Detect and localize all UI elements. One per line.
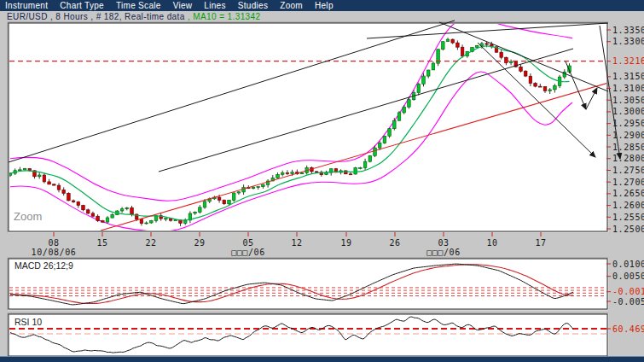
svg-text:19: 19 — [340, 238, 351, 248]
rsi-title: RSI 10 — [15, 317, 42, 327]
zoom-mode-label: Zoom — [14, 210, 42, 223]
svg-text:1.2700: 1.2700 — [612, 178, 644, 187]
svg-text:1.3050: 1.3050 — [612, 96, 644, 105]
svg-text:10/08/06: 10/08/06 — [32, 248, 77, 257]
svg-text:10: 10 — [486, 238, 497, 248]
svg-text:1.2650: 1.2650 — [612, 189, 644, 198]
menu-help[interactable]: Help — [310, 0, 340, 11]
svg-text:1.2750: 1.2750 — [612, 166, 644, 175]
svg-text:1.2800: 1.2800 — [612, 154, 644, 163]
svg-text:1.2950: 1.2950 — [612, 119, 644, 128]
svg-text:-0.00114: -0.00114 — [612, 287, 644, 296]
menu-zoom[interactable]: Zoom — [275, 0, 310, 11]
svg-text:03: 03 — [438, 238, 449, 248]
menu-bar: Instrument Chart Type Time Scale View Li… — [0, 0, 644, 11]
chart-canvas[interactable]: 1.33501.33001.32161.31501.31001.30501.30… — [0, 0, 644, 362]
svg-text:1.3300: 1.3300 — [612, 37, 644, 46]
svg-text:17: 17 — [535, 238, 546, 248]
trading-app-window: Instrument Chart Type Time Scale View Li… — [0, 0, 644, 362]
svg-text:□□□/06: □□□/06 — [231, 248, 265, 257]
svg-text:1.2500: 1.2500 — [612, 225, 644, 234]
menu-instrument[interactable]: Instrument — [0, 0, 55, 11]
chart-info-bar: EUR/USD , 8 Hours , # 182, Real-time dat… — [0, 11, 644, 22]
svg-text:1.2550: 1.2550 — [612, 213, 644, 222]
svg-text:1.2600: 1.2600 — [612, 201, 644, 210]
rsi-panel[interactable] — [9, 314, 607, 356]
price-axis: 1.33501.33001.32161.31501.31001.30501.30… — [606, 26, 644, 234]
svg-text:60.46939: 60.46939 — [612, 324, 644, 334]
ma10-value: , MA10 = 1.31342 — [185, 12, 261, 21]
svg-text:1.3150: 1.3150 — [612, 72, 644, 81]
svg-text:26: 26 — [389, 238, 400, 248]
svg-text:08: 08 — [48, 238, 59, 248]
bottom-bar — [0, 356, 644, 362]
macd-axis: 0.01000.0050-0.00114-0.0050 — [606, 260, 644, 307]
svg-text:1.2850: 1.2850 — [612, 143, 644, 152]
macd-panel[interactable] — [9, 259, 607, 309]
menu-time-scale[interactable]: Time Scale — [111, 0, 168, 11]
instrument-info: EUR/USD , 8 Hours , # 182, Real-time dat… — [7, 12, 185, 21]
time-axis: 081522290512192603101710/08/06□□□/06□□□/… — [32, 232, 547, 257]
svg-text:1.2900: 1.2900 — [612, 131, 644, 140]
svg-text:22: 22 — [145, 238, 156, 248]
svg-text:29: 29 — [194, 238, 205, 248]
svg-text:-0.0050: -0.0050 — [612, 297, 644, 307]
svg-text:1.3216: 1.3216 — [612, 56, 644, 66]
svg-text:□□□/06: □□□/06 — [426, 248, 461, 257]
svg-text:RSI 10: RSI 10 — [15, 317, 42, 327]
menu-chart-type[interactable]: Chart Type — [55, 0, 111, 11]
menu-studies[interactable]: Studies — [233, 0, 275, 11]
svg-text:Zoom: Zoom — [14, 210, 42, 223]
svg-text:1.3100: 1.3100 — [612, 84, 644, 93]
svg-text:12: 12 — [291, 238, 302, 248]
svg-text:05: 05 — [242, 238, 253, 248]
svg-text:15: 15 — [96, 238, 107, 248]
macd-title: MACD 26;12;9 — [15, 260, 73, 271]
svg-text:MACD 26;12;9: MACD 26;12;9 — [15, 260, 73, 271]
svg-text:0.0050: 0.0050 — [612, 272, 644, 281]
svg-text:0.0100: 0.0100 — [612, 260, 644, 269]
rsi-axis: 60.46939 — [606, 324, 644, 334]
svg-text:1.3000: 1.3000 — [612, 107, 644, 116]
menu-view[interactable]: View — [168, 0, 200, 11]
svg-text:1.3350: 1.3350 — [612, 26, 644, 35]
menu-lines[interactable]: Lines — [199, 0, 232, 11]
